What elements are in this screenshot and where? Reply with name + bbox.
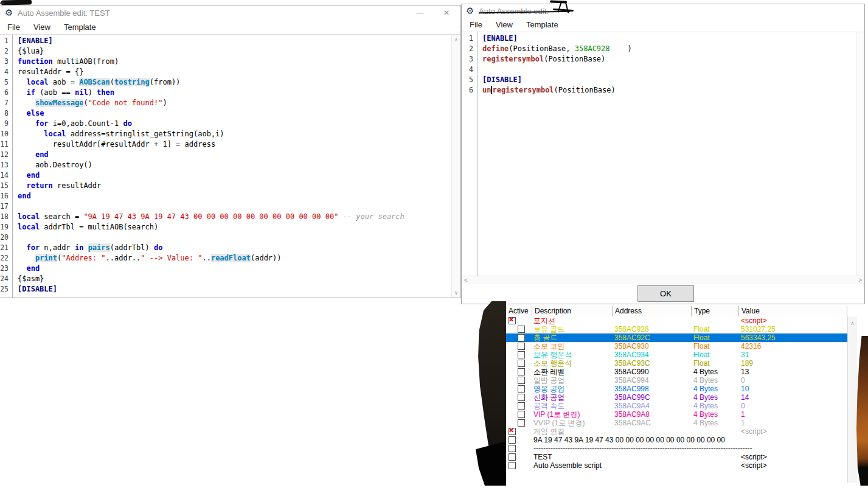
code-editor[interactable]: 1234567891011121314151617181920212223242… <box>0 35 460 298</box>
scroll-up-icon[interactable]: ∧ <box>848 320 857 326</box>
line-number: 14 <box>0 170 12 181</box>
scroll-down-icon[interactable]: ∨ <box>452 290 460 296</box>
line-number-gutter: 1234567891011121314151617181920212223242… <box>0 35 13 298</box>
code-line: local address=stringlist_getString(aob,i… <box>18 129 451 139</box>
black-scribble <box>1 0 32 5</box>
cell-address: 358AC994 <box>613 376 692 385</box>
table-row[interactable]: 소모 코인358AC930Float42316 <box>506 342 847 351</box>
line-number: 10 <box>0 129 12 139</box>
menu-item-template[interactable]: Template <box>519 18 565 32</box>
code-line: [DISABLE] <box>482 75 855 85</box>
scroll-left-icon[interactable]: < <box>464 277 468 284</box>
cell-address <box>613 316 692 325</box>
cell-description: 영웅 공업 <box>532 385 613 393</box>
active-checkbox[interactable] <box>518 360 525 367</box>
scroll-up-icon[interactable]: ∧ <box>452 37 460 43</box>
table-row[interactable]: VVIP (1로 변경)358AC9AC4 Bytes1 <box>506 419 847 427</box>
line-number: 24 <box>0 274 12 284</box>
active-checkbox[interactable] <box>518 368 525 375</box>
column-header-type[interactable]: Type <box>692 306 739 316</box>
menu-item-view[interactable]: View <box>27 20 57 35</box>
code-line: [DISABLE] <box>18 284 451 295</box>
active-checkbox[interactable] <box>509 436 516 444</box>
active-checkbox[interactable] <box>518 377 525 384</box>
cheat-engine-gear-icon: ⚙ <box>466 5 474 16</box>
menu-item-file[interactable]: File <box>463 18 489 32</box>
table-row[interactable]: 보유 행운석358AC934Float31 <box>506 351 847 359</box>
cell-type: Float <box>692 325 739 333</box>
active-checkbox[interactable] <box>518 385 525 393</box>
code-editor[interactable]: 123456 [ENABLE]define(PositionBase, 358A… <box>462 32 864 276</box>
table-row[interactable]: VIP (1로 변경)358AC9A84 Bytes1 <box>506 410 847 419</box>
checkbox-x-icon: ✕ <box>509 316 516 323</box>
cell-type: Float <box>692 351 739 359</box>
table-row[interactable]: 소환 레벨358AC9904 Bytes13 <box>506 368 847 376</box>
cell-type <box>692 427 739 436</box>
line-number: 7 <box>0 98 12 108</box>
vertical-scrollbar[interactable]: ∧ ∨ <box>451 35 460 298</box>
table-row[interactable]: Auto Assemble script<script> <box>506 461 847 470</box>
menu-item-view[interactable]: View <box>489 18 519 32</box>
active-checkbox[interactable]: ✕ <box>509 317 516 324</box>
cell-type: 4 Bytes <box>692 402 739 410</box>
titlebar[interactable]: ⚙ Auto Assemble edit: <box>462 4 864 18</box>
table-row[interactable]: 신화 공업358AC99C4 Bytes14 <box>506 393 847 402</box>
cell-description: 게임 연결 <box>532 427 613 436</box>
horizontal-scrollbar[interactable]: < > <box>462 276 864 284</box>
column-header-description[interactable]: Description <box>532 306 613 316</box>
active-checkbox[interactable] <box>518 343 525 350</box>
column-header-active[interactable]: Active <box>506 306 532 316</box>
menu-item-file[interactable]: File <box>1 20 27 35</box>
active-checkbox[interactable] <box>518 394 525 401</box>
table-row[interactable]: ✕포지션<script> <box>506 316 847 325</box>
ok-button[interactable]: OK <box>637 285 694 302</box>
table-row[interactable]: 영웅 공업358AC9984 Bytes10 <box>506 385 847 393</box>
active-checkbox[interactable] <box>509 453 516 461</box>
titlebar[interactable]: ⚙ Auto Assemble edit: TEST — ✕ <box>0 5 460 20</box>
active-checkbox[interactable] <box>518 402 525 410</box>
cell-type <box>692 461 739 470</box>
vertical-scrollbar[interactable] <box>856 32 864 276</box>
scroll-right-icon[interactable]: > <box>858 277 862 284</box>
cell-description: TEST <box>532 453 613 461</box>
table-row[interactable]: ----------------------------------------… <box>506 444 847 453</box>
table-header: ActiveDescriptionAddressTypeValue <box>506 306 847 316</box>
close-button[interactable]: ✕ <box>441 8 452 18</box>
table-row[interactable]: 총 골드358AC92CFloat563343,25 <box>506 333 847 342</box>
active-checkbox[interactable]: ✕ <box>509 428 516 435</box>
table-row[interactable]: 일반 공업358AC9944 Bytes0 <box>506 376 847 385</box>
cell-value: 13 <box>739 368 847 376</box>
table-row[interactable]: 소모 행운석358AC93CFloat189 <box>506 359 847 368</box>
cell-value: 1 <box>739 419 847 427</box>
active-checkbox[interactable] <box>518 351 525 358</box>
table-row[interactable]: ✕게임 연결<script> <box>506 427 847 436</box>
table-row[interactable]: TEST<script> <box>506 453 847 461</box>
table-row[interactable]: 보유 골드358AC928Float531027,25 <box>506 325 847 333</box>
minimize-button[interactable]: — <box>414 8 425 18</box>
cell-address <box>613 453 692 461</box>
code-line: if (aob == nil) then <box>18 88 451 98</box>
table-row[interactable]: 공격 속도358AC9A44 Bytes0 <box>506 402 847 410</box>
line-number: 11 <box>0 139 12 150</box>
column-header-address[interactable]: Address <box>613 306 692 316</box>
cell-type: 4 Bytes <box>692 419 739 427</box>
active-checkbox[interactable] <box>518 334 525 341</box>
table-vertical-scrollbar[interactable]: ∧ <box>847 316 857 483</box>
active-checkbox[interactable] <box>518 326 525 333</box>
active-checkbox[interactable] <box>518 411 525 418</box>
window-title: Auto Assemble edit: TEST <box>18 9 110 18</box>
cell-type: 4 Bytes <box>692 410 739 419</box>
active-checkbox[interactable] <box>518 419 525 427</box>
cell-description: 신화 공업 <box>532 393 613 402</box>
column-header-value[interactable]: Value <box>739 306 847 316</box>
table-rows: ✕포지션<script>보유 골드358AC928Float531027,25총… <box>506 316 847 483</box>
cell-address: 358AC93C <box>613 359 692 368</box>
menu-item-template[interactable]: Template <box>57 20 103 35</box>
active-checkbox[interactable] <box>509 462 516 469</box>
table-row[interactable]: 9A 19 47 43 9A 19 47 43 00 00 00 00 00 0… <box>506 436 847 444</box>
code-line: end <box>18 170 451 181</box>
code-line: for i=0,aob.Count-1 do <box>18 119 451 129</box>
active-checkbox[interactable] <box>509 445 516 452</box>
cell-address: 358AC9A4 <box>613 402 692 410</box>
code-line: function multiAOB(from) <box>18 57 451 67</box>
